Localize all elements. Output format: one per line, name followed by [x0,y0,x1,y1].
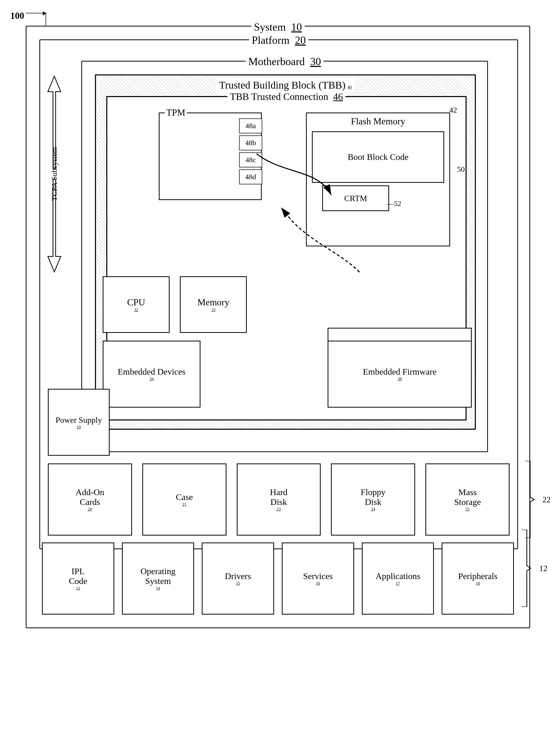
platform-box: Platform 20 TCPA Subsystem Motherboard 3… [39,39,518,549]
memory-box: Memory 33 [180,276,247,333]
system-box: System 10 Platform 20 TCPA Subsystem [26,26,530,628]
platform-label: Platform 20 [249,34,308,46]
ref-100-arrow [26,13,46,13]
ref-100-arrow-down [46,13,46,26]
os-label: OperatingSystem [141,567,176,586]
embedded-firmware-box: Embedded Firmware 38 [328,340,472,408]
peripherals-num: 18 [476,581,480,586]
platform-label-text: Platform [252,34,290,46]
tbb-trusted-label: TBB Trusted Connection 46 [227,91,345,102]
software-layer: IPLCode 12 OperatingSystem 14 Drivers 15… [42,540,514,617]
mass-storage-label: MassStorage [454,488,481,507]
diagram-root: 100 System 10 Platform 20 TCPA Subsys [10,10,550,721]
memory-num: 33 [211,308,215,312]
peripherals-label: Peripherals [458,571,497,581]
tcpa-label: TCPA Subsystem [50,147,59,201]
services-label: Services [303,571,333,581]
mass-storage-box: MassStorage 25 [425,464,510,536]
power-supply-box: Power Supply 19 [48,389,110,456]
case-label: Case [176,492,193,502]
motherboard-label: Motherboard 30 [246,55,323,68]
services-num: 16 [316,581,320,586]
power-supply-label: Power Supply [56,415,102,425]
memory-label: Memory [197,297,229,308]
motherboard-label-text: Motherboard [248,56,305,67]
mass-storage-num: 25 [466,507,470,512]
tcpa-container: TCPA Subsystem [43,71,66,277]
ipl-code-num: 12 [76,586,80,591]
tpm-label: TPM [165,107,187,118]
crtm-label: CRTM [344,194,367,203]
embedded-devices-box: Embedded Devices 34 [103,340,200,408]
embedded-devices-label: Embedded Devices [118,367,185,377]
addon-cards-num: 20 [88,507,92,512]
platform-num: 20 [295,34,306,46]
crtm-ref-label: —52 [387,199,401,208]
services-box: Services 16 [282,543,354,615]
cpu-label: CPU [127,297,145,308]
tbb-trusted-num: 46 [333,91,343,102]
embedded-firmware-label: Embedded Firmware [363,367,436,377]
embedded-devices-num: 34 [150,377,154,381]
drivers-box: Drivers 15 [202,543,274,615]
floppy-disk-label: FloppyDisk [361,488,386,507]
brace-12-svg [519,530,532,607]
peripherals-box: Peripherals 18 [442,543,514,615]
brace-22-label: 22 [543,495,551,504]
embedded-firmware-num: 38 [398,377,402,381]
tbb-trusted-text: TBB Trusted Connection [230,91,328,102]
flash-label: Flash Memory [351,116,405,127]
addon-cards-label: Add-OnCards [76,488,104,507]
cpu-num: 32 [134,308,138,312]
ipl-code-label: IPLCode [69,567,87,586]
motherboard-num: 30 [310,56,321,67]
ipl-code-box: IPLCode 12 [42,543,114,615]
brace-22-svg [522,461,535,538]
hard-disk-box: HardDisk 23 [237,464,321,536]
applications-box: Applications 17 [362,543,434,615]
bottom-components: Add-OnCards 20 Case 21 HardDisk 23 Flopp… [48,461,510,538]
tbb-num: 40 [347,85,352,89]
tbb-label-text: Trusted Building Block (TBB) [219,79,346,91]
flash-area: 42 Flash Memory Boot Block Code CRTM —52… [306,112,450,246]
tpm-slot-48c: 48c [239,152,262,167]
case-num: 21 [182,502,186,507]
hard-disk-label: HardDisk [270,488,287,507]
cpu-box: CPU 32 [103,276,170,333]
motherboard-box: Motherboard 30 Trusted Building Block (T… [81,61,488,452]
applications-label: Applications [375,571,420,581]
case-box: Case 21 [142,464,226,536]
power-supply-num: 19 [77,425,81,430]
floppy-disk-num: 24 [371,507,375,512]
tpm-box: TPM 48a 48b 48c 48d [159,112,262,200]
tpm-slot-48d: 48d [239,169,262,184]
brace-22: 22 [522,461,535,538]
addon-cards-box: Add-OnCards 20 [48,464,132,536]
brace-12-label: 12 [539,564,547,573]
drivers-label: Drivers [225,571,251,581]
boot-block-box: Boot Block Code [312,131,444,183]
system-num: 10 [291,21,302,33]
tpm-slot-48b: 48b [239,135,262,150]
drivers-num: 15 [236,581,240,586]
tpm-slots: 48a 48b 48c 48d [239,118,262,184]
tpm-slot-48a: 48a [239,118,262,133]
system-label-text: System [254,21,286,33]
tbb-label-container: Trusted Building Block (TBB) 40 [216,78,355,92]
hard-disk-num: 23 [277,507,281,512]
os-box: OperatingSystem 14 [122,543,194,615]
applications-num: 17 [396,581,400,586]
system-label: System 10 [251,21,305,33]
ref-100-label: 100 [10,10,24,21]
floppy-disk-box: FloppyDisk 24 [331,464,415,536]
os-num: 14 [156,586,160,591]
boot-block-label: Boot Block Code [348,152,408,162]
crtm-box: CRTM —52 [322,185,389,211]
ref-50-label: 50 [457,165,465,173]
ref-42-label: 42 [449,106,457,114]
brace-12: 12 [519,530,532,607]
